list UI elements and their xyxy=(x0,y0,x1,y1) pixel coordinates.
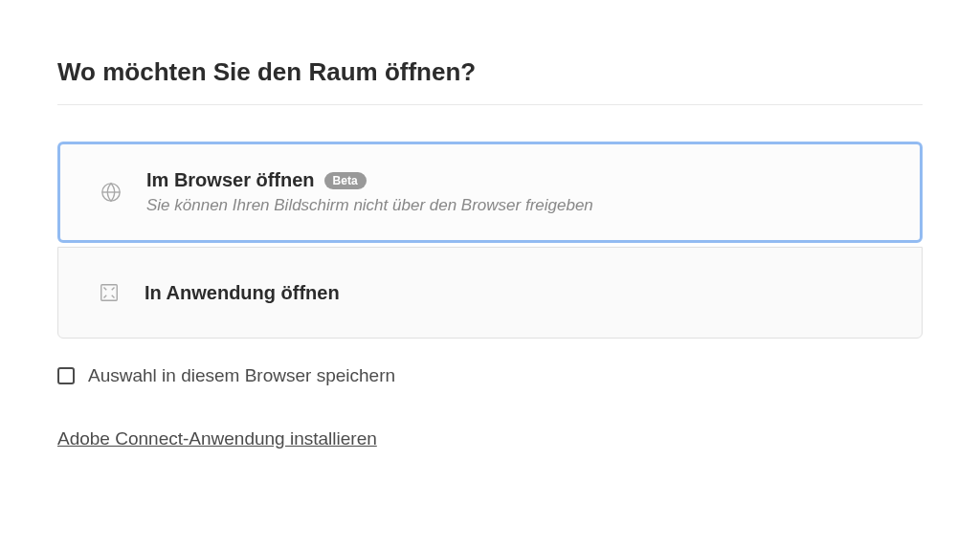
option-text-container: Im Browser öffnen Beta Sie können Ihren … xyxy=(146,169,593,215)
option-open-in-app[interactable]: In Anwendung öffnen xyxy=(57,247,923,339)
svg-rect-2 xyxy=(101,285,118,301)
option-app-title: In Anwendung öffnen xyxy=(145,282,340,304)
option-title-row: Im Browser öffnen Beta xyxy=(146,169,593,191)
dialog-title: Wo möchten Sie den Raum öffnen? xyxy=(57,57,923,105)
checkbox-box-icon xyxy=(57,367,75,384)
option-browser-title: Im Browser öffnen xyxy=(146,169,315,191)
option-open-in-browser[interactable]: Im Browser öffnen Beta Sie können Ihren … xyxy=(57,142,923,243)
remember-checkbox[interactable]: Auswahl in diesem Browser speichern xyxy=(57,365,923,386)
options-container: Im Browser öffnen Beta Sie können Ihren … xyxy=(57,142,923,339)
globe-icon xyxy=(99,180,123,205)
remember-label: Auswahl in diesem Browser speichern xyxy=(88,365,395,386)
install-app-link[interactable]: Adobe Connect-Anwendung installieren xyxy=(57,428,377,449)
option-browser-subtitle: Sie können Ihren Bildschirm nicht über d… xyxy=(146,196,593,215)
app-icon xyxy=(97,280,122,305)
beta-badge: Beta xyxy=(324,172,367,189)
option-text-container: In Anwendung öffnen xyxy=(145,282,340,304)
